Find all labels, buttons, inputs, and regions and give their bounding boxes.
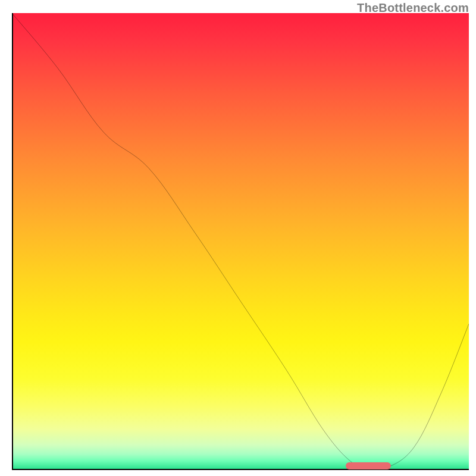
- plot-area: [12, 13, 469, 470]
- curve-svg: [12, 13, 469, 470]
- optimal-range-marker: [346, 462, 392, 469]
- bottleneck-curve-line: [12, 13, 469, 469]
- bottleneck-chart: TheBottleneck.com: [0, 0, 476, 476]
